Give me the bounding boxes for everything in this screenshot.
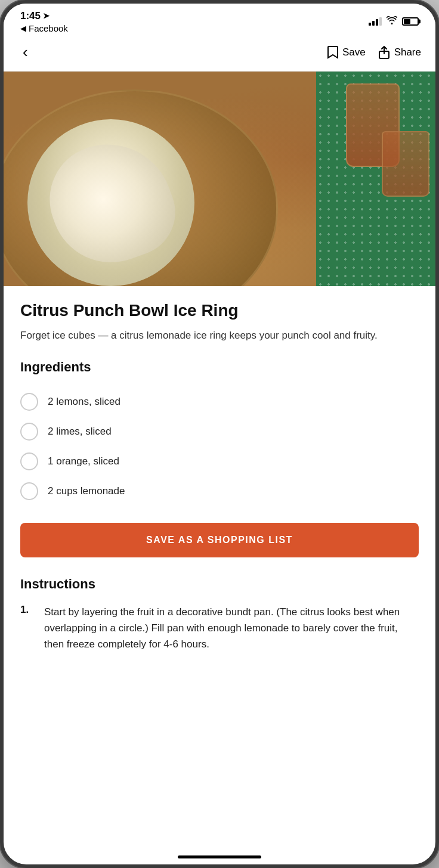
ingredient-checkbox-1[interactable]	[20, 393, 38, 411]
ingredient-checkbox-4[interactable]	[20, 482, 38, 500]
back-source-label: Facebook	[29, 23, 68, 33]
share-icon	[378, 45, 391, 60]
save-label: Save	[342, 46, 366, 58]
ingredient-checkbox-3[interactable]	[20, 452, 38, 470]
location-arrow-icon: ➤	[43, 11, 50, 20]
battery-icon	[402, 17, 419, 26]
content-area: Citrus Punch Bowl Ice Ring Forget ice cu…	[4, 286, 435, 679]
ingredient-checkbox-2[interactable]	[20, 423, 38, 441]
share-button[interactable]: Share	[378, 45, 421, 60]
bookmark-icon	[327, 45, 339, 60]
home-indicator	[178, 855, 261, 858]
instruction-item-1: 1. Start by layering the fruit in a deco…	[20, 604, 419, 653]
signal-bars-icon	[369, 17, 382, 26]
instructions-section: Instructions 1. Start by layering the fr…	[20, 576, 419, 653]
list-item: 1 orange, sliced	[20, 447, 419, 476]
battery-fill	[404, 19, 410, 24]
glass-cup-2	[382, 131, 429, 197]
save-button[interactable]: Save	[327, 45, 366, 60]
list-item: 2 cups lemonade	[20, 476, 419, 506]
recipe-title: Citrus Punch Bowl Ice Ring	[20, 300, 419, 321]
signal-bar-1	[369, 23, 371, 26]
status-facebook: ◀ Facebook	[20, 23, 68, 33]
signal-bar-4	[379, 17, 382, 26]
list-item: 2 limes, sliced	[20, 417, 419, 447]
ingredient-text-4: 2 cups lemonade	[48, 485, 125, 497]
ingredients-heading: Ingredients	[20, 359, 419, 375]
nav-actions: Save Share	[327, 45, 421, 60]
wifi-icon	[387, 16, 397, 27]
status-time: 1:45 ➤	[20, 10, 68, 22]
instruction-text-1: Start by layering the fruit in a decorat…	[44, 604, 419, 653]
ingredients-list: 2 lemons, sliced 2 limes, sliced 1 orang…	[20, 387, 419, 506]
time-display: 1:45	[20, 10, 41, 22]
back-button[interactable]: ‹	[18, 41, 33, 64]
ingredient-text-1: 2 lemons, sliced	[48, 396, 120, 408]
recipe-description: Forget ice cubes — a citrus lemonade ice…	[20, 328, 419, 343]
hero-image	[4, 72, 435, 286]
list-item: 2 lemons, sliced	[20, 387, 419, 417]
save-shopping-list-button[interactable]: SAVE AS A SHOPPING LIST	[20, 523, 419, 557]
ingredient-text-3: 1 orange, sliced	[48, 455, 119, 467]
signal-bar-2	[372, 21, 375, 26]
instruction-number-1: 1.	[20, 604, 35, 653]
hero-image-inner	[4, 72, 435, 286]
phone-frame: 1:45 ➤ ◀ Facebook	[0, 0, 439, 868]
share-label: Share	[394, 46, 421, 58]
status-right	[369, 16, 419, 27]
status-bar: 1:45 ➤ ◀ Facebook	[4, 4, 435, 36]
nav-bar: ‹ Save Share	[4, 36, 435, 72]
instructions-heading: Instructions	[20, 576, 419, 592]
status-left: 1:45 ➤ ◀ Facebook	[20, 10, 68, 33]
ingredient-text-2: 2 limes, sliced	[48, 426, 112, 438]
signal-bar-3	[376, 19, 378, 26]
